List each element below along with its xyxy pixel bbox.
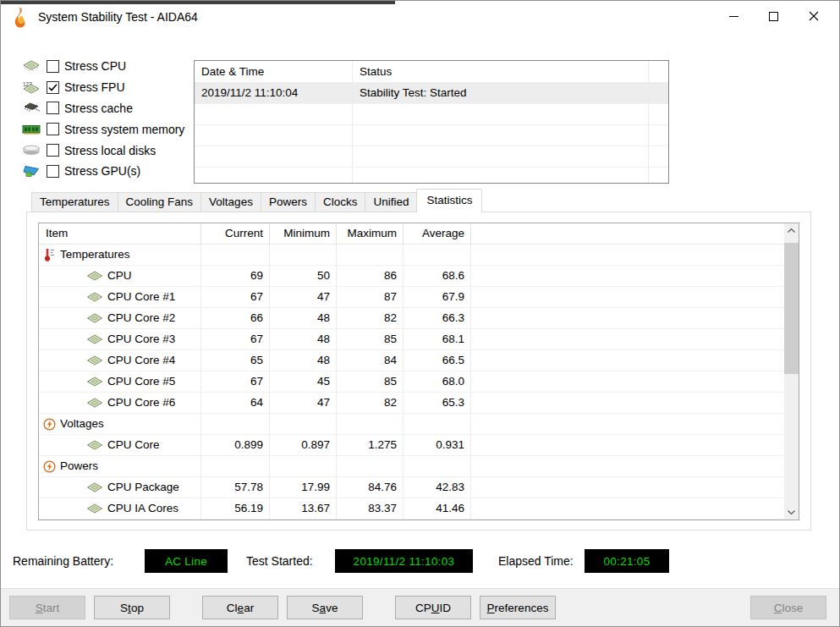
aida64-flame-icon (12, 8, 30, 28)
tab-voltages[interactable]: Voltages (200, 192, 261, 212)
checkbox-stress-fpu[interactable] (47, 81, 59, 94)
checkbox-stress-cache[interactable] (47, 102, 59, 114)
stats-column-current[interactable]: Current (201, 223, 270, 244)
stats-cell-average (404, 456, 471, 476)
stress-option-label[interactable]: Stress cache (64, 102, 133, 115)
statistics-table-content: Item Current Minimum Maximum Average Tem… (39, 223, 784, 520)
stats-item-row[interactable]: CPU Core #167478767.9 (39, 287, 784, 308)
statistics-table-header: Item Current Minimum Maximum Average (39, 223, 784, 245)
statistics-tab-panel: Item Current Minimum Maximum Average Tem… (26, 212, 811, 531)
stats-cell-average: 68.1 (404, 329, 471, 349)
cpuid-button[interactable]: CPUID (395, 596, 471, 619)
scrollbar-up-button[interactable] (784, 223, 799, 238)
stats-item-row[interactable]: CPU IA Cores56.1913.6783.3741.46 (39, 498, 784, 520)
clear-button[interactable]: Clear (202, 596, 278, 619)
minimize-icon (729, 16, 738, 17)
log-cell-status: Stability Test: Started (353, 83, 649, 103)
stress-option-label[interactable]: Stress FPU (64, 80, 125, 94)
stats-cell-current (201, 245, 270, 265)
stats-cell-current (201, 456, 270, 476)
stats-cell-item: CPU Package (39, 477, 201, 498)
checkbox-stress-local-disks[interactable] (47, 144, 59, 157)
stats-item-row[interactable]: CPU Core #266488266.3 (39, 308, 784, 329)
stress-option-stress-cache: Stress cache (21, 98, 184, 119)
tab-temperatures[interactable]: Temperatures (31, 192, 118, 212)
stats-cell-item: CPU Core #2 (39, 308, 201, 328)
stats-cell-current: 65 (201, 350, 270, 371)
start-button[interactable]: Start (9, 596, 85, 619)
stats-column-item[interactable]: Item (39, 223, 201, 244)
checkbox-stress-cpu[interactable] (47, 60, 59, 73)
tab-clocks[interactable]: Clocks (315, 192, 366, 212)
stress-option-label[interactable]: Stress GPU(s) (64, 164, 140, 178)
stats-cell-average: 42.83 (404, 477, 471, 498)
event-log-header: Date & Time Status (195, 61, 668, 83)
stats-item-row[interactable]: CPU Core0.8990.8971.2750.931 (39, 435, 784, 456)
stats-column-average[interactable]: Average (404, 223, 471, 244)
cpu-chip-icon (21, 60, 41, 72)
stats-cell-maximum: 84 (337, 350, 404, 371)
tab-cooling-fans[interactable]: Cooling Fans (118, 192, 202, 212)
stats-item-row[interactable]: CPU Core #567458568.0 (39, 371, 784, 393)
vertical-scrollbar[interactable] (784, 223, 799, 520)
chip-icon (86, 440, 103, 450)
stats-item-row[interactable]: CPU Core #664478265.3 (39, 393, 784, 414)
stats-group-row[interactable]: Powers (39, 456, 784, 477)
close-button[interactable]: Close (750, 596, 826, 619)
maximize-button[interactable] (754, 2, 793, 30)
save-button[interactable]: Save (287, 596, 363, 619)
scrollbar-thumb[interactable] (784, 243, 799, 374)
stats-item-row[interactable]: CPU Package57.7817.9984.7642.83 (39, 477, 784, 498)
minimize-button[interactable] (714, 2, 754, 30)
stress-option-stress-local-disks: Stress local disks (21, 140, 184, 161)
stats-cell-minimum (270, 414, 337, 434)
stats-cell-maximum: 1.275 (337, 435, 404, 455)
stress-option-label[interactable]: Stress local disks (64, 144, 156, 157)
log-cell-filler (649, 83, 668, 103)
stats-cell-maximum: 85 (337, 329, 404, 349)
stats-cell-minimum: 13.67 (270, 498, 337, 519)
stats-item-row[interactable]: CPU Core #465488466.5 (39, 350, 784, 371)
stop-button[interactable]: Stop (94, 596, 170, 619)
stats-cell-item: CPU Core #5 (39, 371, 201, 392)
memory-icon (21, 124, 41, 135)
stats-item-label: CPU Package (107, 477, 179, 498)
stress-option-stress-system-memory: Stress system memory (21, 118, 184, 140)
stats-item-row[interactable]: CPU69508668.6 (39, 266, 784, 287)
preferences-button[interactable]: Preferences (480, 596, 556, 619)
close-window-button[interactable] (793, 2, 833, 30)
stress-option-label[interactable]: Stress system memory (64, 123, 184, 136)
stats-item-row[interactable]: CPU Core #367488568.1 (39, 329, 784, 350)
checkbox-stress-gpu-s[interactable] (47, 165, 59, 178)
stats-cell-current: 66 (201, 308, 270, 328)
checkbox-stress-system-memory[interactable] (47, 123, 59, 135)
log-column-date-time[interactable]: Date & Time (195, 61, 353, 82)
app-window: System Stability Test - AIDA64 Stress CP… (0, 0, 840, 627)
chevron-down-icon (788, 510, 795, 514)
stats-cell-maximum: 84.76 (337, 477, 404, 498)
tab-unified[interactable]: Unified (365, 192, 417, 212)
stats-column-minimum[interactable]: Minimum (270, 223, 337, 244)
chip-icon (86, 334, 103, 344)
status-bar: Remaining Battery:AC LineTest Started:20… (1, 549, 839, 573)
chip-icon (86, 313, 103, 323)
stats-cell-current: 56.19 (201, 498, 270, 519)
stats-item-label: CPU Core #2 (107, 308, 175, 328)
tab-powers[interactable]: Powers (261, 192, 316, 212)
stats-cell-item: CPU Core #3 (39, 329, 201, 349)
fpu-chip-icon: 123 (21, 80, 41, 95)
stats-cell-maximum (337, 245, 404, 265)
scrollbar-down-button[interactable] (784, 505, 799, 520)
stats-cell-minimum: 47 (270, 393, 337, 413)
stress-option-label[interactable]: Stress CPU (64, 59, 126, 73)
log-empty-row (195, 168, 668, 184)
tab-statistics[interactable]: Statistics (416, 189, 482, 212)
stats-group-row[interactable]: Voltages (39, 414, 784, 435)
log-column-status[interactable]: Status (353, 61, 649, 82)
stats-cell-maximum: 87 (337, 287, 404, 307)
log-row[interactable]: 2019/11/2 11:10:04Stability Test: Starte… (195, 83, 668, 104)
chevron-up-icon (788, 228, 795, 233)
stats-column-maximum[interactable]: Maximum (337, 223, 404, 244)
screen-artifact-top (1, 1, 395, 4)
stats-group-row[interactable]: Temperatures (39, 245, 784, 266)
